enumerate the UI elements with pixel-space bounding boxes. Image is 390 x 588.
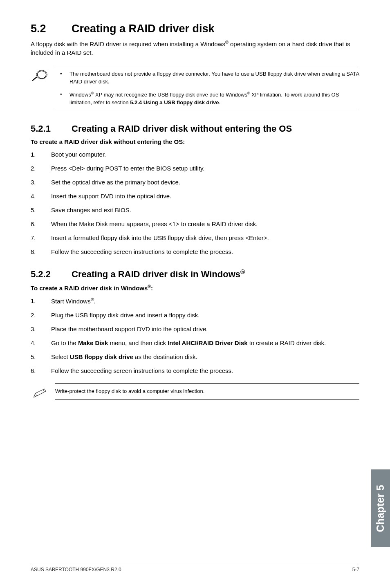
note-content: The motherboard does not provide a flopp… [55, 66, 359, 111]
note-text: Windows [69, 92, 91, 98]
subhead-text: : [151, 285, 153, 292]
note-text: XP may not recognize the USB floppy disk… [94, 92, 247, 98]
note-icon-cell [31, 383, 55, 399]
note-text: Write-protect the floppy disk to avoid a… [55, 388, 204, 394]
step-item: Follow the succeeding screen instruction… [31, 247, 359, 256]
step-text: Start Windows [51, 298, 91, 305]
step-item: Set the optical drive as the primary boo… [31, 178, 359, 186]
step-item: Select USB floppy disk drive as the dest… [31, 352, 359, 361]
step-text: menu, and then click [108, 339, 168, 346]
section-title: Creating a RAID driver disk [72, 22, 215, 35]
svg-marker-3 [34, 389, 46, 397]
section-number: 5.2 [31, 22, 72, 35]
registered-mark: ® [148, 284, 151, 289]
step-text: to create a RAID driver disk. [248, 339, 326, 346]
note-box: Write-protect the floppy disk to avoid a… [31, 383, 359, 399]
procedure-title: To create a RAID driver disk without ent… [31, 138, 359, 145]
step-text: Select [51, 353, 70, 360]
step-item: Go to the Make Disk menu, and then click… [31, 339, 359, 347]
registered-mark: ® [240, 268, 245, 275]
note-bold: 5.2.4 Using a USB floppy disk drive [130, 99, 219, 105]
note-item: The motherboard does not provide a flopp… [55, 70, 359, 86]
magnifier-icon [31, 70, 49, 81]
note-text: . [219, 99, 221, 105]
procedure-title: To create a RAID driver disk in Windows®… [31, 284, 359, 292]
svg-point-0 [37, 71, 46, 78]
step-item: Follow the succeeding screen instruction… [31, 366, 359, 375]
note-item: Windows® XP may not recognize the USB fl… [55, 91, 359, 107]
procedure-list: Boot your computer. Press <Del> during P… [31, 150, 359, 256]
svg-point-1 [36, 70, 47, 79]
svg-line-4 [35, 393, 36, 396]
footer-left: ASUS SABERTOOTH 990FX/GEN3 R2.0 [31, 567, 121, 572]
subsection-number: 5.2.2 [31, 269, 72, 280]
section-heading: 5.2Creating a RAID driver disk [31, 22, 359, 35]
step-item: Plug the USB floppy disk drive and inser… [31, 311, 359, 319]
subsection-heading: 5.2.1Creating a RAID driver disk without… [31, 123, 359, 134]
svg-line-5 [43, 390, 44, 392]
step-item: Boot your computer. [31, 150, 359, 159]
subsection-title: Creating a RAID driver disk in Windows [72, 269, 240, 279]
step-item: Insert a formatted floppy disk into the … [31, 233, 359, 242]
step-bold: Intel AHCI/RAID Driver Disk [168, 339, 247, 346]
subsection-heading: 5.2.2Creating a RAID driver disk in Wind… [31, 268, 359, 280]
step-text: Go to the [51, 339, 78, 346]
registered-mark: ® [225, 40, 229, 45]
step-item: Start Windows®. [31, 296, 359, 305]
intro-text-a: A floppy disk with the RAID driver is re… [31, 40, 225, 47]
step-text: . [94, 298, 95, 305]
step-bold: Make Disk [78, 339, 108, 346]
step-item: When the Make Disk menu appears, press <… [31, 220, 359, 228]
subsection-title: Creating a RAID driver disk without ente… [72, 123, 292, 134]
procedure-list: Start Windows®. Plug the USB floppy disk… [31, 296, 359, 375]
step-item: Save changes and exit BIOS. [31, 206, 359, 214]
note-icon-cell [31, 66, 55, 81]
pencil-icon [31, 387, 49, 399]
page-footer: ASUS SABERTOOTH 990FX/GEN3 R2.0 5-7 [31, 564, 359, 572]
chapter-tab: Chapter 5 [371, 469, 390, 547]
note-content: Write-protect the floppy disk to avoid a… [55, 383, 359, 399]
step-item: Insert the support DVD into the optical … [31, 192, 359, 200]
subsection-number: 5.2.1 [31, 123, 72, 134]
section-intro: A floppy disk with the RAID driver is re… [31, 39, 359, 57]
step-item: Press <Del> during POST to enter the BIO… [31, 164, 359, 173]
step-item: Place the motherboard support DVD into t… [31, 325, 359, 333]
registered-mark: ® [247, 91, 250, 95]
note-box: The motherboard does not provide a flopp… [31, 66, 359, 111]
note-text: The motherboard does not provide a flopp… [69, 71, 268, 77]
chapter-tab-label: Chapter 5 [375, 485, 387, 532]
footer-right: 5-7 [352, 567, 359, 572]
subhead-text: To create a RAID driver disk in Windows [31, 285, 148, 292]
step-text: as the destination disk. [133, 353, 197, 360]
step-bold: USB floppy disk drive [70, 353, 133, 360]
svg-line-2 [33, 77, 36, 80]
